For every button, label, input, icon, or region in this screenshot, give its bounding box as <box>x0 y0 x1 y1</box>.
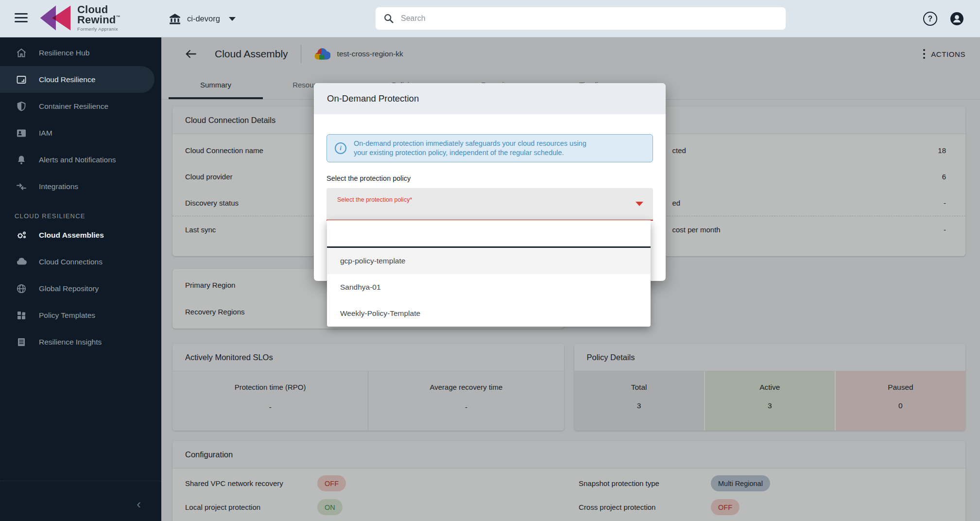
dropdown-option-blank[interactable] <box>327 220 651 246</box>
main-content: Cloud Assembly test-cross-region-kk ACTI… <box>161 37 980 521</box>
rewind-logo-icon <box>37 2 73 34</box>
info-banner: i On-demand protection immediately safeg… <box>327 134 653 162</box>
help-icon: ? <box>923 12 937 26</box>
dropdown-option-sandhya-01[interactable]: Sandhya-01 <box>327 274 651 300</box>
info-text: On-demand protection immediately safegua… <box>354 139 586 157</box>
modal-title: On-Demand Protection <box>314 83 666 114</box>
org-switcher[interactable]: ci-devorg <box>169 0 236 37</box>
insights-document-icon <box>15 336 28 348</box>
home-icon <box>15 47 28 59</box>
cloud-resilience-icon <box>15 74 28 86</box>
sidebar-item-iam[interactable]: IAM <box>0 120 161 146</box>
sidebar-item-container-resilience[interactable]: Container Resilience <box>0 93 161 120</box>
policy-dropdown-panel: gcp-policy-template Sandhya-01 Weekly-Po… <box>327 220 651 327</box>
help-button[interactable]: ? <box>923 12 937 26</box>
select-policy-label: Select the protection policy <box>327 174 653 182</box>
sidebar-item-policy-templates[interactable]: Policy Templates <box>0 302 161 329</box>
cloud-icon <box>15 256 28 268</box>
select-caret-down-icon <box>636 202 643 206</box>
sidebar-collapse-button[interactable]: ‹ <box>137 498 141 510</box>
search-icon <box>383 13 394 24</box>
sidebar: Resilience Hub Cloud Resilience <box>0 37 161 521</box>
org-caret-down-icon <box>229 17 236 21</box>
sidebar-item-alerts[interactable]: Alerts and Notifications <box>0 146 161 173</box>
account-button[interactable] <box>950 12 964 26</box>
globe-icon <box>15 283 28 295</box>
gears-icon <box>15 229 28 241</box>
organization-bank-icon <box>169 13 181 25</box>
sidebar-item-cloud-connections[interactable]: Cloud Connections <box>0 248 161 275</box>
topbar: Cloud Rewind™ Formerly Appranix ci-devor… <box>0 0 980 37</box>
search-bar <box>375 7 786 30</box>
bell-icon <box>15 154 28 166</box>
info-icon: i <box>335 142 346 154</box>
logo-subtitle: Formerly Appranix <box>77 27 120 31</box>
field-floating-label: Select the protection policy* <box>337 196 412 203</box>
sidebar-item-resilience-insights[interactable]: Resilience Insights <box>0 329 161 355</box>
templates-grid-icon <box>15 310 28 321</box>
shield-icon <box>15 101 28 112</box>
dropdown-option-weekly-policy-template[interactable]: Weekly-Policy-Template <box>327 300 651 327</box>
user-avatar-icon <box>950 12 964 26</box>
integrations-arrows-icon <box>15 181 28 192</box>
sidebar-item-cloud-assemblies[interactable]: Cloud Assemblies <box>0 222 161 248</box>
sidebar-item-integrations[interactable]: Integrations <box>0 173 161 200</box>
hamburger-menu-icon[interactable] <box>15 13 28 24</box>
org-name: ci-devorg <box>187 14 220 23</box>
iam-badge-icon <box>15 127 28 139</box>
sidebar-item-global-repository[interactable]: Global Repository <box>0 275 161 302</box>
logo-tm: ™ <box>116 15 120 19</box>
dropdown-option-gcp-policy-template[interactable]: gcp-policy-template <box>327 248 651 274</box>
sidebar-item-cloud-resilience[interactable]: Cloud Resilience <box>0 66 155 93</box>
sidebar-item-resilience-hub[interactable]: Resilience Hub <box>0 39 161 66</box>
sidebar-divider <box>0 481 161 481</box>
app-logo: Cloud Rewind™ Formerly Appranix <box>37 2 120 34</box>
policy-select-field[interactable]: Select the protection policy* <box>327 188 653 221</box>
search-input[interactable] <box>401 14 778 23</box>
app-root: Cloud Rewind™ Formerly Appranix ci-devor… <box>0 0 980 521</box>
logo-line2: Rewind <box>77 14 116 26</box>
sidebar-section-cloud-resilience: CLOUD RESILIENCE <box>15 212 161 220</box>
